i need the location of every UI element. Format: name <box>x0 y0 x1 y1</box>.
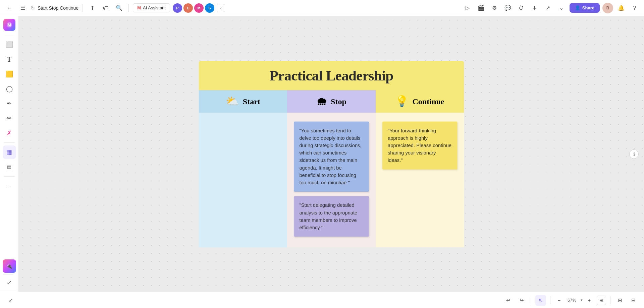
avatar-3[interactable]: M <box>194 3 204 13</box>
ai-assistant-button[interactable]: M AI Assistant <box>133 3 170 12</box>
download-icon[interactable]: ⬇ <box>529 3 540 13</box>
board-header: Practical Leadership <box>199 61 464 90</box>
canvas-area[interactable]: Practical Leadership ⛅ Start <box>19 16 644 292</box>
sidebar-divider-1 <box>4 35 15 35</box>
comment-icon[interactable]: 💬 <box>502 3 513 13</box>
toolbar-divider-2 <box>128 4 129 12</box>
panel-toggle-button[interactable]: ⊟ <box>628 295 639 306</box>
forward-button[interactable]: ▷ <box>462 3 473 13</box>
refresh-icon: ↻ <box>31 5 35 11</box>
redo-button[interactable]: ↪ <box>516 295 527 306</box>
list-tool[interactable]: ▤ <box>3 160 16 174</box>
topbar-left: ← ☰ ↻ Start Stop Continue ⬆ 🏷 🔍 M AI Ass… <box>4 3 460 13</box>
eraser-tool[interactable]: ✗ <box>3 126 16 140</box>
board-wrapper: Practical Leadership ⛅ Start <box>199 61 464 247</box>
ai-assistant-label: AI Assistant <box>143 5 166 10</box>
share-label: Share <box>582 5 594 10</box>
sidebar-divider-4 <box>3 274 13 274</box>
present-button[interactable]: 🎬 <box>476 3 486 13</box>
cursor-icon[interactable]: ↖ <box>535 295 546 306</box>
svg-text:M: M <box>8 23 11 27</box>
main-layout: M ⬜ T 🟨 ◯ ✒ ✏ ✗ ▦ ▤ ··· 🔌 ⤢ Practical Le… <box>0 16 644 292</box>
column-continue: 💡 Continue "Your forward-thinking approa… <box>376 90 464 247</box>
share-button[interactable]: 👤 Share <box>570 3 600 13</box>
bottom-divider-1 <box>531 296 531 304</box>
collab-avatars: P C M S <box>173 3 214 13</box>
sticky-note-2-text: "Start delegating detailed analysis to t… <box>299 202 357 230</box>
sidebar-divider-3 <box>4 176 15 177</box>
continue-icon: 💡 <box>395 95 409 108</box>
shapes-tool[interactable]: ◯ <box>3 82 16 96</box>
left-sidebar: M ⬜ T 🟨 ◯ ✒ ✏ ✗ ▦ ▤ ··· 🔌 ⤢ <box>0 16 19 292</box>
topbar-right: ▷ 🎬 ⚙ 💬 ⏱ ⬇ ↗ ⌄ 👤 Share B 🔔 ? <box>462 3 640 13</box>
sticky-note-1-text: "You sometimes tend to delve too deeply … <box>299 128 361 185</box>
frame-tool[interactable]: ⬜ <box>3 38 16 51</box>
column-start-body[interactable] <box>199 113 287 247</box>
zoom-control: − 67% ▼ + <box>554 296 594 305</box>
pen-tool[interactable]: ✒ <box>3 97 16 110</box>
text-tool[interactable]: T <box>3 53 16 66</box>
bottom-divider-2 <box>550 296 550 304</box>
zoom-out-button[interactable]: − <box>554 296 564 305</box>
start-label: Start <box>243 97 260 106</box>
plugin-tool[interactable]: 🔌 <box>3 259 16 273</box>
column-continue-body[interactable]: "Your forward-thinking approach is highl… <box>376 113 464 247</box>
presentation-mode-button[interactable]: ⤢ <box>5 295 16 306</box>
avatar-2[interactable]: C <box>183 3 193 13</box>
column-stop-body[interactable]: "You sometimes tend to delve too deeply … <box>287 113 376 247</box>
settings-icon[interactable]: ⚙ <box>489 3 500 13</box>
sticky-note-3-text: "Your forward-thinking approach is highl… <box>388 128 451 163</box>
avatar-1[interactable]: P <box>173 3 182 13</box>
breadcrumb-title: Start Stop Continue <box>38 5 78 11</box>
column-stop-header: 🌧 Stop <box>287 90 376 113</box>
board-container: Practical Leadership ⛅ Start <box>199 61 464 247</box>
sidebar-divider-2 <box>4 142 15 143</box>
back-button[interactable]: ← <box>4 3 15 13</box>
help-icon[interactable]: ? <box>629 3 640 13</box>
bottom-bar-right: ↩ ↪ ↖ − 67% ▼ + ⊞ ⊞ ⊟ <box>503 295 639 306</box>
stop-icon: 🌧 <box>316 95 327 108</box>
sticky-note-2[interactable]: "Start delegating detailed analysis to t… <box>294 196 369 237</box>
toolbar-divider <box>83 4 83 12</box>
share-icon: 👤 <box>575 5 580 10</box>
fit-screen-button[interactable]: ⊞ <box>597 296 606 305</box>
collapse-toolbar-button[interactable]: ‹ <box>217 4 225 12</box>
upload-button[interactable]: ⬆ <box>87 3 98 13</box>
brush-tool[interactable]: ✏ <box>3 112 16 125</box>
expand-panel-button[interactable]: ⤢ <box>3 276 16 289</box>
sidebar-bottom: 🔌 ⤢ <box>3 259 16 289</box>
search-button[interactable]: 🔍 <box>114 3 124 13</box>
notifications-icon[interactable]: 🔔 <box>616 3 627 13</box>
board-title: Practical Leadership <box>208 67 455 84</box>
grid-toggle-button[interactable]: ⊞ <box>614 295 625 306</box>
undo-button[interactable]: ↩ <box>503 295 514 306</box>
zoom-dropdown-icon[interactable]: ▼ <box>580 298 583 302</box>
board-columns: ⛅ Start 🌧 Stop <box>199 90 464 247</box>
bottom-divider-3 <box>610 296 610 304</box>
column-continue-header: 💡 Continue <box>376 90 464 113</box>
sticky-note-1[interactable]: "You sometimes tend to delve too deeply … <box>294 121 369 191</box>
column-start: ⛅ Start <box>199 90 287 247</box>
more-tools[interactable]: ··· <box>3 179 16 193</box>
ai-logo: M <box>137 5 141 10</box>
table-tool[interactable]: ▦ <box>3 145 16 159</box>
column-stop: 🌧 Stop "You sometimes tend to delve too … <box>287 90 376 247</box>
sticky-tool[interactable]: 🟨 <box>3 67 16 81</box>
user-avatar[interactable]: B <box>602 3 613 13</box>
avatar-4[interactable]: S <box>205 3 214 13</box>
zoom-value[interactable]: 67% <box>565 296 579 304</box>
info-panel-icon[interactable]: ℹ <box>629 149 639 159</box>
menu-button[interactable]: ☰ <box>17 3 28 13</box>
bottom-bar: ⤢ ↩ ↪ ↖ − 67% ▼ + ⊞ ⊞ ⊟ <box>0 292 644 308</box>
link-icon[interactable]: ↗ <box>543 3 553 13</box>
topbar: ← ☰ ↻ Start Stop Continue ⬆ 🏷 🔍 M AI Ass… <box>0 0 644 16</box>
column-start-header: ⛅ Start <box>199 90 287 113</box>
sticky-note-3[interactable]: "Your forward-thinking approach is highl… <box>382 121 457 169</box>
tag-button[interactable]: 🏷 <box>100 3 111 13</box>
stop-label: Stop <box>331 97 346 106</box>
timer-icon[interactable]: ⏱ <box>516 3 527 13</box>
zoom-in-button[interactable]: + <box>585 296 594 305</box>
continue-label: Continue <box>412 97 444 106</box>
more-options-icon[interactable]: ⌄ <box>556 3 567 13</box>
start-icon: ⛅ <box>226 95 239 108</box>
